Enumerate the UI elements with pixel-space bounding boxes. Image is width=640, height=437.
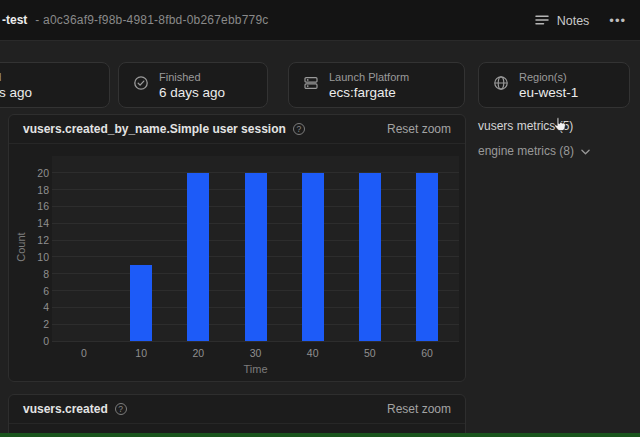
sidebar-item-label: engine metrics (8) <box>478 144 574 158</box>
chevron-down-icon <box>581 144 590 158</box>
check-circle-icon <box>133 75 149 95</box>
card-value: 6 days ago <box>159 85 225 100</box>
bar-50 <box>359 173 381 341</box>
bar-40 <box>302 173 324 341</box>
bar-10 <box>130 265 152 341</box>
green-strip <box>0 433 640 437</box>
panel-title: vusers.created_by_name.Simple user sessi… <box>23 122 286 136</box>
sidebar-item-label: vusers metrics (5) <box>478 119 573 133</box>
header-actions: Notes ••• <box>535 0 628 41</box>
info-card-finished: Finished 6 days ago <box>118 62 268 108</box>
panel-title: vusers.created <box>23 402 108 416</box>
more-menu-button[interactable]: ••• <box>607 10 628 31</box>
y-tick-label: 12 <box>23 234 49 246</box>
x-tick-label: 0 <box>67 347 101 359</box>
bar-60 <box>416 173 438 341</box>
globe-icon <box>493 75 509 95</box>
card-label: Finished <box>159 71 225 83</box>
reset-zoom-button[interactable]: Reset zoom <box>387 402 451 416</box>
bar-30 <box>245 173 267 341</box>
x-tick-label: 40 <box>296 347 330 359</box>
x-tick-label: 10 <box>124 347 158 359</box>
x-tick-label: 50 <box>353 347 387 359</box>
y-axis-labels: 02468101214161820 <box>23 156 49 341</box>
y-tick-label: 16 <box>23 200 49 212</box>
y-tick-label: 10 <box>23 251 49 263</box>
help-icon[interactable] <box>115 403 127 415</box>
card-label: Launch Platform <box>329 71 409 83</box>
x-axis-labels: 0102030405060 <box>52 347 459 360</box>
y-tick-label: 20 <box>23 167 49 179</box>
card-label: Region(s) <box>519 71 578 83</box>
server-icon <box>303 75 319 95</box>
info-card-started: Started 6 days ago <box>0 62 110 108</box>
notes-label: Notes <box>557 14 590 28</box>
x-tick-label: 20 <box>181 347 215 359</box>
chart-panel-vusers-created: vusers.created Reset zoom <box>8 394 466 437</box>
y-tick-label: 4 <box>23 301 49 313</box>
card-value: eu-west-1 <box>519 85 578 100</box>
bar-20 <box>187 173 209 341</box>
x-axis-title: Time <box>52 363 459 375</box>
info-card-launch-platform: Launch Platform ecs:fargate <box>288 62 465 108</box>
run-id: - a0c36af9-f98b-4981-8fbd-0b267ebb779c <box>35 13 268 27</box>
notes-button[interactable]: Notes <box>535 12 590 30</box>
run-title-group: -test - a0c36af9-f98b-4981-8fbd-0b267ebb… <box>2 13 268 27</box>
chart-plot[interactable] <box>52 156 459 341</box>
app-root: -test - a0c36af9-f98b-4981-8fbd-0b267ebb… <box>0 0 640 437</box>
y-tick-label: 18 <box>23 184 49 196</box>
info-card-regions: Region(s) eu-west-1 <box>478 62 630 108</box>
card-label: Started <box>0 71 32 83</box>
reset-zoom-button[interactable]: Reset zoom <box>387 122 451 136</box>
y-tick-label: 2 <box>23 318 49 330</box>
notes-list-icon <box>535 12 549 30</box>
y-tick-label: 6 <box>23 285 49 297</box>
sidebar-item-engine-metrics[interactable]: engine metrics (8) <box>478 144 590 158</box>
x-tick-label: 30 <box>239 347 273 359</box>
card-value: ecs:fargate <box>329 85 409 100</box>
sidebar-item-vusers-metrics[interactable]: vusers metrics (5) <box>478 119 573 133</box>
panel-header: vusers.created_by_name.Simple user sessi… <box>9 115 465 144</box>
panel-header: vusers.created Reset zoom <box>9 395 465 424</box>
y-tick-label: 14 <box>23 217 49 229</box>
y-tick-label: 8 <box>23 268 49 280</box>
chart-panel-vusers-created-by-name: vusers.created_by_name.Simple user sessi… <box>8 114 466 382</box>
page-title: -test <box>2 13 27 27</box>
y-tick-label: 0 <box>23 335 49 347</box>
x-tick-label: 60 <box>410 347 444 359</box>
card-value: 6 days ago <box>0 85 32 100</box>
help-icon[interactable] <box>293 123 305 135</box>
top-header: -test - a0c36af9-f98b-4981-8fbd-0b267ebb… <box>0 0 640 41</box>
